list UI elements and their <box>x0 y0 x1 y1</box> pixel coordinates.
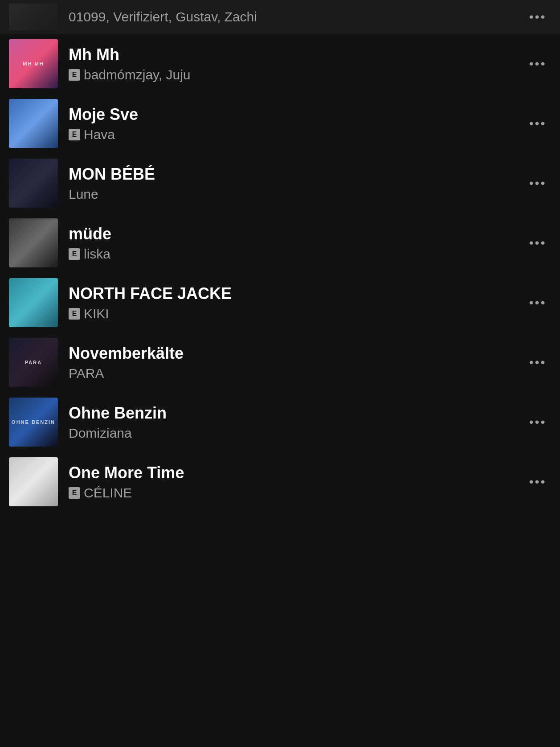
more-options-button[interactable]: ••• <box>524 289 551 316</box>
song-artwork <box>9 457 58 506</box>
song-title: MON BÉBÉ <box>69 164 524 184</box>
song-info: One More Time E CÉLINE <box>69 463 524 500</box>
song-artwork: OHNE BENZIN <box>9 398 58 447</box>
song-artwork <box>9 159 58 208</box>
list-item[interactable]: One More Time E CÉLINE ••• <box>0 452 560 512</box>
list-item[interactable]: NORTH FACE JACKE E KIKI ••• <box>0 273 560 332</box>
song-info: müde E liska <box>69 224 524 261</box>
list-item[interactable]: Moje Sve E Hava ••• <box>0 94 560 153</box>
song-artwork <box>9 278 58 327</box>
more-options-button[interactable]: ••• <box>524 468 551 495</box>
artist-row: E badmómzjay, Juju <box>69 67 524 82</box>
song-title: NORTH FACE JACKE <box>69 284 524 303</box>
song-info: NORTH FACE JACKE E KIKI <box>69 284 524 321</box>
song-artist: liska <box>84 246 110 262</box>
more-options-button[interactable]: ••• <box>524 170 551 197</box>
explicit-badge: E <box>69 69 80 81</box>
song-info: 01099, Verifiziert, Gustav, Zachi <box>69 9 524 25</box>
artist-row: E liska <box>69 246 524 262</box>
song-artist: Domiziana <box>69 426 132 441</box>
song-artist: PARA <box>69 366 104 381</box>
song-artist: CÉLINE <box>84 485 132 501</box>
artist-row: PARA <box>69 366 524 381</box>
song-artist: KIKI <box>84 306 109 321</box>
more-options-button[interactable]: ••• <box>524 349 551 376</box>
song-title: müde <box>69 224 524 243</box>
list-item[interactable]: 01099, Verifiziert, Gustav, Zachi ••• <box>0 0 560 34</box>
song-list: 01099, Verifiziert, Gustav, Zachi ••• MH… <box>0 0 560 512</box>
song-info: Ohne Benzin Domiziana <box>69 403 524 440</box>
song-title: Mh Mh <box>69 45 524 64</box>
song-artwork <box>9 99 58 148</box>
more-options-button[interactable]: ••• <box>524 230 551 256</box>
explicit-badge: E <box>69 129 80 140</box>
song-info: Novemberkälte PARA <box>69 344 524 381</box>
song-info: Moje Sve E Hava <box>69 105 524 142</box>
song-info: Mh Mh E badmómzjay, Juju <box>69 45 524 82</box>
song-title: Novemberkälte <box>69 344 524 363</box>
list-item[interactable]: MH MH Mh Mh E badmómzjay, Juju ••• <box>0 34 560 94</box>
song-artwork <box>9 4 58 30</box>
song-title: Ohne Benzin <box>69 403 524 423</box>
explicit-badge: E <box>69 487 80 499</box>
artist-row: Domiziana <box>69 426 524 441</box>
song-artwork: MH MH <box>9 39 58 88</box>
song-artist: 01099, Verifiziert, Gustav, Zachi <box>69 9 257 25</box>
song-title: One More Time <box>69 463 524 482</box>
artist-row: E Hava <box>69 127 524 142</box>
song-artist: badmómzjay, Juju <box>84 67 191 82</box>
artist-row: E CÉLINE <box>69 485 524 501</box>
more-options-button[interactable]: ••• <box>524 409 551 435</box>
song-info: MON BÉBÉ Lune <box>69 164 524 201</box>
more-options-button[interactable]: ••• <box>524 110 551 137</box>
song-title: Moje Sve <box>69 105 524 124</box>
artist-row: 01099, Verifiziert, Gustav, Zachi <box>69 9 524 25</box>
explicit-badge: E <box>69 248 80 260</box>
song-artist: Lune <box>69 187 98 202</box>
song-artwork <box>9 218 58 267</box>
list-item[interactable]: müde E liska ••• <box>0 213 560 273</box>
list-item[interactable]: MON BÉBÉ Lune ••• <box>0 153 560 213</box>
list-item[interactable]: PARA Novemberkälte PARA ••• <box>0 332 560 392</box>
more-options-button[interactable]: ••• <box>524 50 551 77</box>
list-item[interactable]: OHNE BENZIN Ohne Benzin Domiziana ••• <box>0 392 560 452</box>
explicit-badge: E <box>69 308 80 320</box>
song-artwork: PARA <box>9 338 58 387</box>
song-artist: Hava <box>84 127 115 142</box>
artist-row: Lune <box>69 187 524 202</box>
artist-row: E KIKI <box>69 306 524 321</box>
more-options-button[interactable]: ••• <box>524 4 551 30</box>
